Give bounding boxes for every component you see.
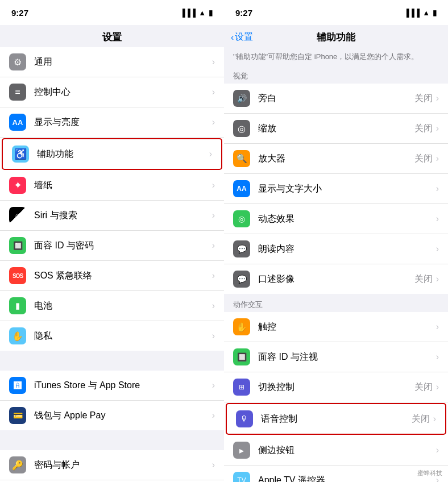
row-voiceover[interactable]: 🔊 旁白 关闭 ›: [224, 84, 448, 114]
faceid2-icon: 🔲: [233, 348, 250, 365]
sos-label: SOS 紧急联络: [34, 270, 212, 282]
motion-chevron: ›: [436, 214, 439, 224]
audio-desc-label: 口述影像: [258, 273, 414, 285]
siri-icon: ◎: [9, 207, 26, 224]
right-battery-icon: ▮: [433, 9, 437, 17]
voiceover-value: 关闭: [414, 93, 433, 105]
row-switch-access[interactable]: ⊞ 切换控制 关闭 ›: [224, 372, 448, 402]
magnifier-label: 放大器: [258, 153, 414, 165]
left-group-1: ⚙ 通用 › ≡ 控制中心 › AA 显示与亮度 › ♿ 辅助功能 › ✦: [0, 47, 224, 351]
row-side-button[interactable]: ▸ 侧边按钮 ›: [224, 435, 448, 466]
zoom-icon: ◎: [233, 120, 250, 137]
password-icon: 🔑: [9, 456, 26, 473]
row-display[interactable]: AA 显示与亮度 ›: [0, 107, 224, 138]
right-interaction-group: ✋ 触控 › 🔲 面容 ID 与注视 › ⊞ 切换控制 关闭 › 🎙 语音控制 …: [224, 312, 448, 482]
row-siri[interactable]: ◎ Siri 与搜索 ›: [0, 201, 224, 231]
voice-control-label: 语音控制: [261, 413, 412, 425]
wallpaper-chevron: ›: [212, 180, 215, 190]
motion-label: 动态效果: [258, 213, 436, 225]
side-button-chevron: ›: [436, 445, 439, 455]
vision-section-label: 视觉: [224, 68, 448, 84]
row-magnifier[interactable]: 🔍 放大器 关闭 ›: [224, 144, 448, 174]
battery-icon-row: ▮: [9, 297, 26, 314]
row-faceid[interactable]: 🔲 面容 ID 与密码 ›: [0, 231, 224, 261]
display-icon: AA: [9, 114, 26, 131]
row-display-text[interactable]: AA 显示与文字大小 ›: [224, 174, 448, 204]
row-battery[interactable]: ▮ 电池 ›: [0, 291, 224, 321]
apple-tv-label: Apple TV 遥控器: [258, 475, 436, 482]
control-icon: ≡: [9, 84, 26, 101]
right-time: 9:27: [235, 8, 252, 18]
row-wallet[interactable]: 💳 钱包与 Apple Pay ›: [0, 401, 224, 430]
wifi-icon: ▲: [198, 9, 206, 17]
row-faceid2[interactable]: 🔲 面容 ID 与注视 ›: [224, 342, 448, 372]
left-panel: 9:27 ▐▐▐ ▲ ▮ 设置 ⚙ 通用 › ≡ 控制中心 › AA 显示与亮度: [0, 0, 224, 482]
switch-access-value: 关闭: [414, 381, 433, 393]
touch-chevron: ›: [436, 322, 439, 332]
row-motion[interactable]: ◎ 动态效果 ›: [224, 204, 448, 234]
touch-icon: ✋: [233, 318, 250, 335]
password-label: 密码与帐户: [34, 459, 212, 471]
row-privacy[interactable]: ✋ 隐私 ›: [0, 321, 224, 351]
voiceover-chevron: ›: [436, 93, 439, 103]
password-chevron: ›: [212, 460, 215, 470]
magnifier-value: 关闭: [414, 153, 433, 165]
row-touch[interactable]: ✋ 触控 ›: [224, 312, 448, 342]
row-voice-control[interactable]: 🎙 语音控制 关闭 ›: [226, 403, 446, 435]
faceid2-label: 面容 ID 与注视: [258, 351, 436, 363]
back-button[interactable]: ‹ 设置: [231, 31, 253, 43]
zoom-value: 关闭: [414, 123, 433, 135]
voice-control-icon: 🎙: [236, 410, 253, 427]
row-zoom[interactable]: ◎ 缩放 关闭 ›: [224, 114, 448, 144]
control-label: 控制中心: [34, 86, 212, 98]
left-group-3: 🔑 密码与帐户 › ✉ 邮件 › 👤 通讯录 ›: [0, 450, 224, 482]
right-nav-bar: ‹ 设置 辅助功能: [224, 25, 448, 47]
voice-control-value: 关闭: [412, 413, 430, 425]
display-text-chevron: ›: [436, 184, 439, 194]
right-status-bar: 9:27 ▐▐▐ ▲ ▮: [224, 0, 448, 25]
left-settings-list: ⚙ 通用 › ≡ 控制中心 › AA 显示与亮度 › ♿ 辅助功能 › ✦: [0, 47, 224, 482]
left-time: 9:27: [11, 8, 28, 18]
faceid-chevron: ›: [212, 240, 215, 251]
left-status-bar: 9:27 ▐▐▐ ▲ ▮: [0, 0, 224, 25]
row-control[interactable]: ≡ 控制中心 ›: [0, 77, 224, 107]
row-password[interactable]: 🔑 密码与帐户 ›: [0, 450, 224, 480]
wallpaper-label: 墙纸: [34, 180, 212, 192]
general-icon: ⚙: [9, 53, 26, 70]
back-label: 设置: [235, 31, 253, 43]
accessibility-icon: ♿: [12, 146, 29, 163]
accessibility-chevron: ›: [209, 149, 212, 159]
itunes-chevron: ›: [212, 380, 215, 390]
siri-chevron: ›: [212, 210, 215, 221]
right-vision-group: 🔊 旁白 关闭 › ◎ 缩放 关闭 › 🔍 放大器 关闭 › AA 显示与文字大…: [224, 84, 448, 294]
signal-icon: ▐▐▐: [180, 9, 196, 17]
side-button-label: 侧边按钮: [258, 444, 436, 456]
row-itunes[interactable]: 🅰 iTunes Store 与 App Store ›: [0, 371, 224, 401]
switch-access-chevron: ›: [436, 382, 439, 392]
display-label: 显示与亮度: [34, 117, 212, 128]
touch-label: 触控: [258, 321, 436, 333]
back-chevron-icon: ‹: [231, 32, 234, 43]
siri-label: Siri 与搜索: [34, 210, 212, 222]
privacy-icon: ✋: [9, 327, 26, 344]
row-wallpaper[interactable]: ✦ 墙纸 ›: [0, 171, 224, 201]
row-apple-tv[interactable]: TV Apple TV 遥控器 ›: [224, 466, 448, 482]
accessibility-label: 辅助功能: [37, 148, 209, 160]
spoken-icon: 💬: [233, 240, 250, 257]
magnifier-chevron: ›: [436, 153, 439, 164]
row-general[interactable]: ⚙ 通用 ›: [0, 47, 224, 77]
apple-tv-chevron: ›: [436, 475, 439, 482]
row-audio-desc[interactable]: 💬 口述影像 关闭 ›: [224, 264, 448, 294]
privacy-label: 隐私: [34, 330, 212, 342]
faceid-icon: 🔲: [9, 237, 26, 254]
side-button-icon: ▸: [233, 442, 250, 459]
right-status-icons: ▐▐▐ ▲ ▮: [404, 9, 437, 17]
row-sos[interactable]: SOS SOS 紧急联络 ›: [0, 261, 224, 291]
switch-access-label: 切换控制: [258, 381, 414, 393]
audio-desc-chevron: ›: [436, 274, 439, 284]
right-settings-list: "辅助功能"可帮助您自定 iPhone，以满足您的个人需求。 视觉 🔊 旁白 关…: [224, 47, 448, 482]
row-spoken[interactable]: 💬 朗读内容 ›: [224, 234, 448, 264]
row-accessibility[interactable]: ♿ 辅助功能 ›: [2, 138, 222, 170]
display-chevron: ›: [212, 117, 215, 127]
right-wifi-icon: ▲: [422, 9, 430, 17]
